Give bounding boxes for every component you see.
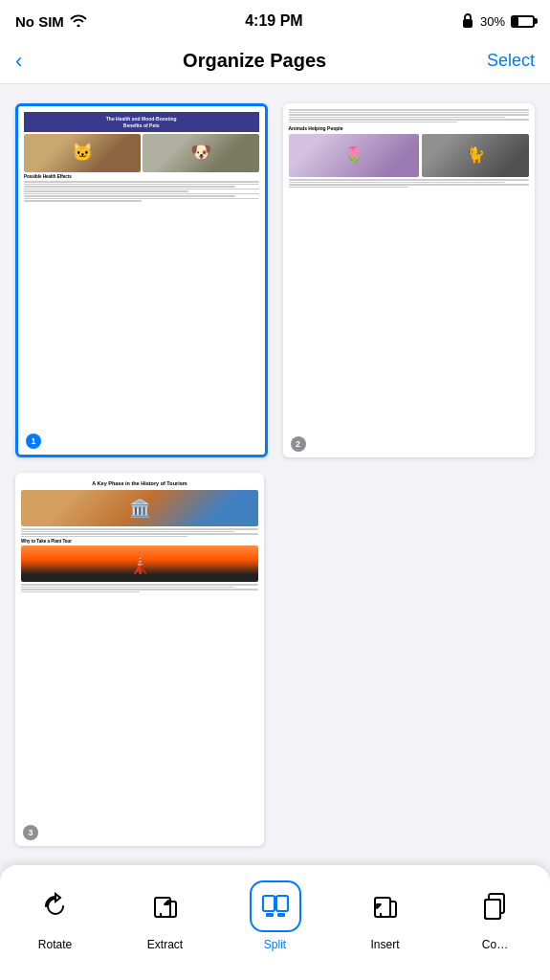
- text-line: [289, 109, 530, 111]
- page1-number-badge: 1: [26, 434, 41, 449]
- page3-tourism-image: 🏛️: [21, 490, 258, 526]
- page1-dog-image: 🐶: [143, 134, 259, 172]
- battery-icon: [511, 15, 535, 28]
- page3-sub1: Why to Take a Plant Tour: [21, 539, 258, 545]
- extract-label: Extract: [147, 938, 183, 951]
- carrier-label: No SIM: [15, 13, 64, 30]
- insert-icon-wrap: [360, 880, 411, 932]
- split-icon: [261, 892, 290, 921]
- svg-rect-3: [276, 896, 288, 911]
- text-line: [289, 187, 409, 189]
- extract-icon: [151, 892, 180, 921]
- svg-rect-6: [277, 913, 285, 917]
- text-line: [21, 587, 234, 589]
- page3-title: A Key Phase in the History of Tourism: [21, 480, 258, 488]
- text-line: [289, 182, 505, 184]
- text-line: [24, 184, 259, 186]
- text-line: [289, 117, 505, 119]
- rotate-icon-wrap: [30, 880, 81, 932]
- text-line: [24, 200, 142, 202]
- text-line: [24, 198, 259, 200]
- page-thumb-3[interactable]: A Key Phase in the History of Tourism 🏛️…: [15, 473, 264, 846]
- text-line: [24, 189, 259, 190]
- page2-cat2-image: 🐈: [422, 134, 529, 177]
- battery-pct: 30%: [480, 14, 505, 29]
- text-line: [21, 589, 258, 590]
- tool-copy[interactable]: Co…: [462, 880, 529, 951]
- text-line: [24, 186, 235, 188]
- text-line: [21, 528, 258, 530]
- tool-rotate[interactable]: Rotate: [22, 880, 89, 951]
- text-line: [289, 184, 530, 186]
- status-time: 4:19 PM: [245, 12, 302, 30]
- text-line: [289, 119, 530, 121]
- pages-grid: The Health and Mood-BoostingBenefits of …: [0, 84, 550, 865]
- status-bar: No SIM 4:19 PM 30%: [0, 0, 550, 42]
- rotate-icon: [41, 892, 70, 921]
- page2-top-lines: [289, 109, 530, 122]
- tool-extract[interactable]: Extract: [132, 880, 199, 951]
- text-line: [289, 179, 530, 181]
- rotate-label: Rotate: [38, 938, 72, 951]
- svg-rect-5: [266, 913, 274, 917]
- page-thumb-2[interactable]: Animals Helping People 🌷 🐈 2: [283, 103, 536, 457]
- page1-cat-image: 🐱: [24, 134, 141, 172]
- page2-flower-cat-image: 🌷: [289, 134, 420, 177]
- lock-icon: [461, 12, 474, 31]
- page-title: Organize Pages: [183, 50, 326, 72]
- text-line: [21, 531, 234, 533]
- nav-bar: ‹ Organize Pages Select: [0, 42, 550, 84]
- back-button[interactable]: ‹: [15, 51, 22, 72]
- copy-icon: [481, 892, 510, 921]
- tool-insert[interactable]: Insert: [352, 880, 419, 951]
- page-thumb-1[interactable]: The Health and Mood-BoostingBenefits of …: [15, 103, 268, 457]
- status-right: 30%: [461, 12, 535, 31]
- wifi-icon: [70, 13, 87, 30]
- tool-split[interactable]: Split: [242, 880, 309, 951]
- svg-rect-0: [463, 19, 473, 28]
- page2-animals-header: Animals Helping People: [289, 125, 530, 132]
- copy-label: Co…: [482, 938, 508, 951]
- page3-number-badge: 3: [23, 825, 38, 840]
- bottom-toolbar: Rotate Extract Split: [0, 865, 550, 980]
- copy-icon-wrap: [470, 880, 521, 932]
- page1-title: The Health and Mood-BoostingBenefits of …: [24, 112, 259, 132]
- carrier-wifi: No SIM: [15, 13, 87, 30]
- text-line: [24, 181, 259, 183]
- text-line: [21, 591, 140, 593]
- text-line: [21, 584, 258, 586]
- text-line: [24, 193, 259, 195]
- split-icon-wrap: [250, 880, 301, 932]
- text-line: [24, 195, 235, 197]
- extract-icon-wrap: [140, 880, 191, 932]
- page1-sub1: Possible Health Effects: [24, 174, 259, 180]
- split-label: Split: [264, 938, 286, 951]
- text-line: [289, 112, 530, 114]
- insert-icon: [371, 892, 400, 921]
- text-line: [289, 122, 457, 123]
- text-line: [289, 114, 530, 116]
- svg-rect-9: [485, 900, 500, 919]
- svg-rect-2: [263, 896, 275, 911]
- text-line: [24, 190, 188, 192]
- select-button[interactable]: Select: [487, 51, 535, 71]
- page3-tower-image: 🗼: [21, 546, 258, 582]
- page2-number-badge: 2: [291, 436, 306, 452]
- insert-label: Insert: [370, 938, 399, 951]
- text-line: [21, 533, 258, 535]
- text-line: [21, 536, 187, 538]
